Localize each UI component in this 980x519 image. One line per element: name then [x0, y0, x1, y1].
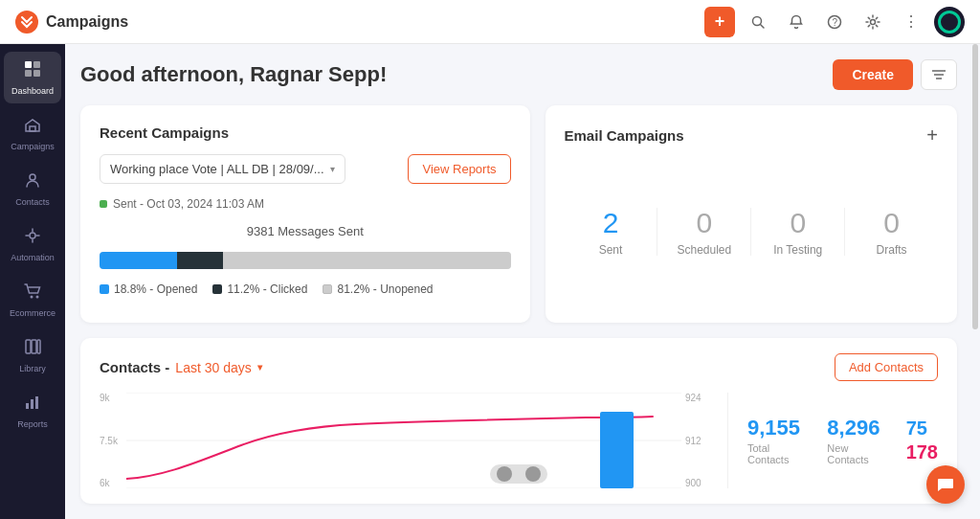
stat-testing: 0 In Testing	[751, 207, 844, 257]
small-stats: 75 178	[906, 417, 938, 463]
y-label-mid: 7.5k	[100, 436, 122, 446]
stat-testing-label: In Testing	[751, 243, 844, 257]
email-stats: 2 Sent 0 Scheduled 0 In Testing	[565, 160, 938, 304]
sidebar-item-reports[interactable]: Reports	[4, 385, 61, 437]
legend-clicked: 11.2% - Clicked	[212, 282, 307, 296]
opened-label: 18.8% - Opened	[114, 282, 197, 296]
email-campaigns-title: Email Campaigns	[565, 127, 684, 144]
search-icon[interactable]	[743, 7, 773, 37]
stat-sent-number: 2	[565, 207, 657, 239]
topbar-plus-button[interactable]: +	[704, 7, 735, 37]
new-contacts-number: 8,296	[827, 416, 886, 440]
email-campaigns-card: Email Campaigns + 2 Sent 0 Scheduled	[546, 105, 957, 323]
progress-bar	[100, 252, 511, 269]
scrollbar-thumb[interactable]	[972, 44, 978, 329]
y-label-top: 9k	[100, 393, 122, 403]
app-logo-icon	[15, 11, 38, 34]
sidebar-item-contacts[interactable]: Contacts	[4, 163, 61, 214]
scrollbar-track[interactable]	[972, 44, 980, 519]
sidebar-item-campaigns[interactable]: Campaigns	[4, 107, 61, 159]
legend-opened: 18.8% - Opened	[100, 282, 197, 296]
new-contacts-label: New Contacts	[827, 442, 886, 465]
ecommerce-icon	[23, 282, 42, 305]
svg-rect-6	[33, 61, 40, 68]
contacts-body: 9k 7.5k 6k	[100, 393, 938, 488]
create-button[interactable]: Create	[833, 59, 913, 90]
sidebar-contacts-label: Contacts	[15, 197, 50, 207]
sidebar: Dashboard Campaigns Contacts Automation …	[0, 44, 65, 519]
sidebar-item-dashboard[interactable]: Dashboard	[4, 52, 61, 103]
total-contacts-stat: 9,155 Total Contacts	[747, 416, 808, 465]
main-content: Good afternoon, Ragnar Sepp! Create Rece…	[65, 44, 972, 519]
y-label-bottom: 6k	[100, 478, 122, 488]
dashboard-icon	[23, 59, 42, 83]
contacts-title-text: Contacts -	[100, 359, 169, 375]
small-stat-2-number: 178	[906, 441, 938, 463]
svg-rect-14	[26, 340, 31, 353]
content-header: Good afternoon, Ragnar Sepp! Create	[80, 59, 957, 90]
sidebar-item-automation[interactable]: Automation	[4, 218, 61, 270]
stat-drafts-label: Drafts	[845, 243, 938, 257]
stat-scheduled: 0 Scheduled	[657, 207, 750, 257]
svg-rect-26	[600, 412, 634, 488]
y-right-label-top: 924	[685, 393, 712, 403]
y-right-label-bottom: 900	[685, 478, 712, 488]
chart-container: 9k 7.5k 6k	[100, 393, 712, 488]
cards-row: Recent Campaigns Working place Vote | AL…	[80, 105, 957, 323]
svg-point-10	[30, 174, 35, 180]
campaign-status: Sent - Oct 03, 2024 11:03 AM	[100, 197, 511, 211]
svg-text:?: ?	[833, 17, 838, 28]
svg-rect-18	[31, 399, 33, 409]
svg-point-4	[871, 19, 876, 24]
library-icon	[23, 337, 42, 361]
topbar: Campaigns + ? ⋮	[0, 0, 980, 44]
y-right-label-mid: 912	[685, 436, 712, 446]
user-avatar[interactable]	[934, 7, 965, 37]
reports-icon	[23, 393, 42, 417]
app-title: Campaigns	[46, 13, 128, 31]
more-icon[interactable]: ⋮	[896, 7, 926, 37]
svg-point-12	[31, 296, 33, 299]
sidebar-dashboard-label: Dashboard	[11, 86, 54, 96]
bell-icon[interactable]	[781, 7, 812, 37]
chat-bubble-button[interactable]	[926, 465, 965, 504]
contacts-header: Contacts - Last 30 days ▾ Add Contacts	[100, 353, 938, 381]
contacts-period[interactable]: Last 30 days	[175, 360, 251, 375]
settings-icon[interactable]	[858, 7, 888, 37]
sidebar-ecommerce-label: Ecommerce	[10, 308, 56, 318]
add-contacts-button[interactable]: Add Contacts	[835, 353, 938, 381]
total-contacts-number: 9,155	[747, 416, 808, 440]
sidebar-item-ecommerce[interactable]: Ecommerce	[4, 274, 61, 326]
status-dot	[100, 200, 107, 208]
total-contacts-label: Total Contacts	[747, 442, 808, 465]
y-axis-labels: 9k 7.5k 6k	[100, 393, 126, 488]
y-axis-right-labels: 924 912 900	[681, 393, 712, 488]
unopened-dot	[323, 284, 332, 294]
svg-rect-8	[33, 70, 40, 77]
progress-legend: 18.8% - Opened 11.2% - Clicked 81.2% - U…	[100, 282, 511, 296]
campaign-dropdown[interactable]: Working place Vote | ALL DB | 28/09/... …	[100, 154, 345, 184]
campaigns-icon	[23, 115, 42, 139]
filter-button[interactable]	[921, 59, 957, 90]
recent-campaigns-card: Recent Campaigns Working place Vote | AL…	[80, 105, 530, 323]
stat-drafts-number: 0	[845, 207, 938, 239]
sidebar-item-library[interactable]: Library	[4, 329, 61, 381]
svg-rect-7	[25, 70, 32, 77]
sidebar-reports-label: Reports	[17, 419, 48, 429]
add-email-campaign-icon[interactable]: +	[926, 124, 938, 147]
contacts-section: Contacts - Last 30 days ▾ Add Contacts 9…	[80, 338, 957, 504]
stat-testing-number: 0	[751, 207, 844, 239]
stat-sent-label: Sent	[565, 243, 657, 257]
svg-line-1	[761, 24, 765, 28]
svg-rect-17	[26, 403, 29, 409]
small-stat-1-number: 75	[906, 417, 938, 440]
contacts-icon	[23, 170, 42, 194]
help-icon[interactable]: ?	[819, 7, 850, 37]
progress-opened	[100, 252, 177, 269]
opened-dot	[100, 284, 109, 294]
svg-point-29	[525, 466, 541, 482]
svg-point-11	[30, 233, 35, 238]
stat-sent: 2 Sent	[565, 207, 657, 257]
chart-svg	[126, 393, 681, 488]
view-reports-button[interactable]: View Reports	[408, 154, 510, 184]
